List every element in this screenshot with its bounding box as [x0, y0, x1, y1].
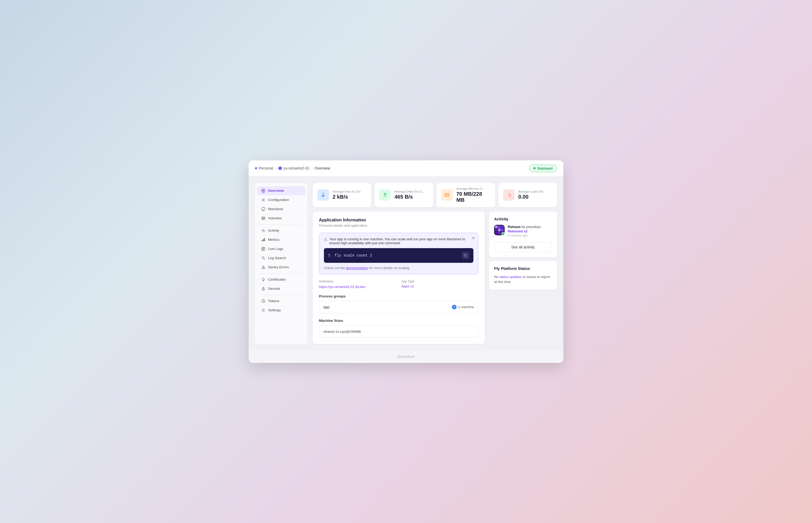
footer: @pseudoyu — [249, 350, 563, 363]
settings-icon — [261, 308, 265, 312]
svg-rect-21 — [448, 194, 448, 196]
svg-rect-6 — [262, 240, 262, 241]
stat-card-memory: Average Memory U... 70 MB/228 MB — [436, 183, 495, 207]
stat-label-load: Average Load (1h) — [518, 190, 543, 193]
tokens-icon — [261, 299, 265, 303]
activity-icon — [261, 229, 265, 233]
activity-release-link[interactable]: Released v2 — [508, 229, 541, 233]
status-updates-link[interactable]: status updates — [499, 275, 522, 279]
svg-rect-7 — [263, 239, 264, 241]
sidebar-label-live-logs: Live Logs — [268, 247, 283, 251]
command-text: $ fly scale count 2 — [328, 253, 372, 257]
dollar-sign: $ — [328, 253, 330, 257]
sidebar-label-volumes: Volumes — [268, 216, 282, 220]
sidebar-label-log-search: Log Search — [268, 256, 286, 260]
warning-text: Your app is running in one machine. You … — [329, 237, 473, 245]
right-panel: Activity — [489, 212, 557, 290]
svg-rect-16 — [321, 193, 325, 194]
activity-text: Release by pseudoyu — [508, 225, 541, 229]
sidebar-label-secrets: Secrets — [268, 287, 280, 291]
card-subtitle: Personal details and application. — [319, 223, 478, 228]
sidebar-item-sentry-errors[interactable]: Sentry Errors — [257, 263, 305, 272]
footer-text: @pseudoyu — [397, 355, 415, 358]
app-type-value: Apps v2 — [401, 284, 478, 288]
breadcrumb-current: Overview — [315, 166, 330, 170]
warning-banner: ✕ ⚠ Your app is running in one machine. … — [319, 233, 478, 274]
machine-badge: i 1 machine — [452, 305, 474, 309]
sidebar-label-sentry-errors: Sentry Errors — [268, 265, 289, 269]
card-title: Application Information — [319, 218, 478, 222]
documentation-link[interactable]: documentation — [346, 266, 368, 270]
sidebar: Overview Configuration M — [255, 183, 307, 344]
sidebar-item-activity[interactable]: Activity — [257, 226, 305, 235]
live-logs-icon — [261, 247, 265, 251]
deployed-badge: Deployed — [529, 165, 557, 172]
svg-rect-17 — [383, 196, 387, 197]
doc-link: Check out the documentation for more det… — [324, 266, 473, 270]
process-name: app — [323, 305, 329, 309]
svg-point-13 — [263, 289, 263, 290]
stat-label-data-in: Average Data In (1h) — [332, 190, 361, 193]
svg-point-15 — [263, 310, 264, 311]
activity-avatar — [494, 225, 505, 235]
svg-rect-5 — [262, 218, 265, 220]
warning-close-button[interactable]: ✕ — [471, 236, 475, 240]
breadcrumb-personal[interactable]: Personal — [259, 166, 273, 170]
configuration-icon — [261, 198, 265, 202]
sidebar-label-settings: Settings — [268, 308, 281, 312]
sidebar-label-metrics: Metrics — [268, 238, 280, 241]
sidebar-item-live-logs[interactable]: Live Logs — [257, 245, 305, 253]
activity-time: 5 minutes ago — [508, 234, 541, 237]
breadcrumb-sep-1: › — [275, 166, 276, 170]
sidebar-item-volumes[interactable]: Volumes — [257, 214, 305, 223]
certificates-icon — [261, 277, 265, 282]
sidebar-label-configuration: Configuration — [268, 198, 289, 202]
volumes-icon — [261, 216, 265, 220]
activity-card: Activity — [489, 212, 557, 257]
stat-value-load: 0.00 — [518, 194, 543, 200]
app-info-card: Application Information Personal details… — [313, 212, 485, 344]
svg-rect-23 — [465, 255, 467, 257]
main-content: Average Data In (1h) 2 kB/s Average Data… — [313, 183, 557, 344]
stat-value-data-out: 465 B/s — [395, 194, 425, 200]
platform-status-title: Fly Platform Status — [494, 266, 552, 271]
sidebar-item-machines[interactable]: Machines — [257, 205, 305, 214]
sidebar-item-secrets[interactable]: Secrets — [257, 284, 305, 293]
copy-button[interactable] — [462, 252, 469, 259]
platform-status-text: No status updates or issues to report at… — [494, 274, 552, 285]
stat-label-memory: Average Memory U... — [456, 187, 490, 190]
hostname-label: Hostname — [319, 279, 396, 283]
app-type-label: App Type — [401, 279, 478, 283]
svg-rect-3 — [262, 208, 265, 210]
sidebar-item-tokens[interactable]: Tokens — [257, 296, 305, 306]
hostname-value[interactable]: https://yu-remark42-01.fly.dev — [319, 285, 366, 289]
see-all-activity-button[interactable]: See all activity — [494, 242, 552, 252]
lower-row: Application Information Personal details… — [313, 212, 557, 344]
svg-point-2 — [263, 199, 264, 200]
machine-count: 1 machine — [458, 305, 474, 309]
memory-icon — [441, 189, 453, 201]
activity-status-badge — [501, 232, 505, 235]
sidebar-item-metrics[interactable]: Metrics — [257, 235, 305, 244]
command-block: $ fly scale count 2 — [324, 248, 473, 263]
svg-point-11 — [262, 278, 264, 281]
sidebar-item-configuration[interactable]: Configuration — [257, 196, 305, 204]
load-icon — [503, 189, 515, 201]
svg-rect-4 — [262, 217, 265, 218]
overview-icon — [261, 189, 265, 193]
machine-sizes-title: Machine Sizes — [319, 319, 478, 323]
sidebar-item-overview[interactable]: Overview — [257, 186, 305, 195]
sidebar-item-certificates[interactable]: Certificates — [257, 275, 305, 284]
activity-info: Release by pseudoyu Released v2 5 minute… — [508, 225, 541, 237]
stat-value-data-in: 2 kB/s — [332, 194, 361, 200]
sidebar-item-log-search[interactable]: Log Search — [257, 254, 305, 263]
warning-icon: ⚠ — [324, 237, 327, 245]
metrics-icon — [261, 238, 265, 242]
process-groups-title: Process groups — [319, 294, 478, 298]
process-box: app i 1 machine — [319, 301, 478, 313]
activity-title: Activity — [494, 217, 552, 221]
breadcrumb-app[interactable]: yu-remark42-01 — [283, 166, 310, 170]
svg-point-10 — [262, 257, 264, 259]
svg-point-1 — [262, 190, 264, 192]
sidebar-item-settings[interactable]: Settings — [257, 306, 305, 315]
